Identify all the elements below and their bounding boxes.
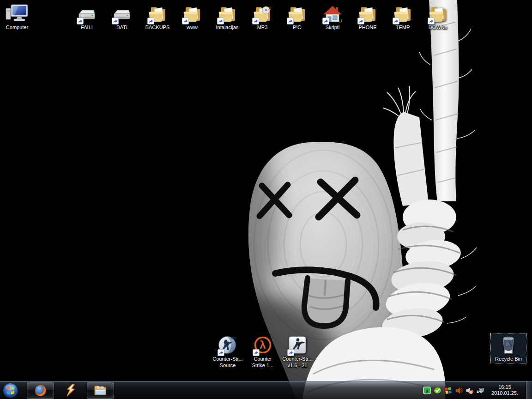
recycle-bin-icon <box>498 334 519 356</box>
shortcut-arrow-icon <box>252 18 259 24</box>
folder-icon <box>182 3 202 24</box>
taskbar-button-firefox[interactable] <box>27 382 54 399</box>
colored-squares-tray-icon[interactable] <box>444 386 452 394</box>
shortcut-arrow-icon <box>253 349 260 356</box>
desktop-icon-counter-strike-source[interactable]: Counter-Str... Source <box>210 333 245 369</box>
taskbar: µ <box>0 381 532 399</box>
desktop-icon-downs[interactable]: DOWNs <box>420 2 455 31</box>
desktop-icon-backups[interactable]: BACKUPS <box>140 2 175 31</box>
shortcut-arrow-icon <box>287 18 294 24</box>
windows-orb-icon <box>2 382 19 399</box>
system-tray: µ <box>423 381 532 399</box>
desktop-icon-intalacijas[interactable]: Intalacijas <box>210 2 245 31</box>
shortcut-arrow-icon <box>428 18 435 24</box>
shortcut-arrow-icon <box>218 349 224 356</box>
security-check-tray-icon[interactable] <box>433 386 441 394</box>
folder-icon <box>217 3 237 24</box>
shortcut-arrow-icon <box>77 18 84 24</box>
desktop-icon-pic[interactable]: P!C <box>279 2 314 31</box>
folder-icon <box>393 3 413 24</box>
desktop-icon-phone[interactable]: PHONE <box>350 2 385 31</box>
shortcut-arrow-icon <box>357 18 364 24</box>
desktop-icon-recycle-bin[interactable]: Recycle Bin <box>491 333 526 363</box>
shortcut-arrow-icon <box>147 18 154 24</box>
utorrent-tray-icon[interactable]: µ <box>423 386 431 394</box>
clock-date: 2010.01.25. <box>487 390 522 396</box>
desktop-icon-temp[interactable]: TEMP <box>385 2 420 31</box>
explorer-folder-icon <box>93 384 108 397</box>
show-desktop-button[interactable] <box>526 381 532 399</box>
shortcut-arrow-icon <box>287 349 294 356</box>
desktop-icon-computer[interactable]: Computer <box>0 2 35 31</box>
house-icon <box>322 3 343 24</box>
music-folder-icon <box>252 3 272 24</box>
shortcut-arrow-icon <box>217 18 224 24</box>
half-life-lambda-icon <box>252 334 273 356</box>
folder-icon <box>357 3 378 24</box>
counter-strike-16-icon <box>287 334 308 356</box>
audio-manager-tray-icon[interactable] <box>454 386 463 394</box>
svg-text:µ: µ <box>425 388 428 393</box>
shortcut-arrow-icon <box>112 18 119 24</box>
desktop-icon-faili[interactable]: FAILI <box>69 2 104 31</box>
network-status-tray-icon[interactable] <box>476 386 484 394</box>
winamp-lightning-icon <box>65 383 76 397</box>
desktop: Computer FAILI DATI BACKUPS www Intalaci… <box>0 0 532 399</box>
shortcut-arrow-icon <box>182 18 189 24</box>
computer-icon <box>5 3 30 24</box>
taskbar-button-explorer[interactable] <box>87 382 114 399</box>
folder-icon <box>428 3 448 24</box>
desktop-icon-skripti[interactable]: Skripti <box>315 2 350 31</box>
shortcut-arrow-icon <box>322 18 329 24</box>
firefox-icon <box>34 384 47 397</box>
clock-time: 16:15 <box>487 384 522 390</box>
desktop-icon-dati[interactable]: DATI <box>104 2 139 31</box>
desktop-icon-counter-strike-16[interactable]: Counter-Str... v1.6 - 21 <box>280 333 315 369</box>
volume-muted-tray-icon[interactable] <box>465 386 473 394</box>
folder-icon <box>147 3 168 24</box>
taskbar-clock[interactable]: 16:15 2010.01.25. <box>487 384 522 396</box>
desktop-icon-mp3[interactable]: MP3 <box>245 2 280 31</box>
counter-strike-source-icon <box>217 334 238 356</box>
shortcut-arrow-icon <box>393 18 399 24</box>
harddrive-icon <box>112 3 132 24</box>
desktop-icon-counter-strike-1[interactable]: Counter Strike 1... <box>245 333 280 369</box>
harddrive-icon <box>77 3 97 24</box>
folder-icon <box>287 3 307 24</box>
start-button[interactable] <box>1 381 19 399</box>
taskbar-button-winamp[interactable] <box>60 383 81 398</box>
desktop-icon-www[interactable]: www <box>175 2 210 31</box>
